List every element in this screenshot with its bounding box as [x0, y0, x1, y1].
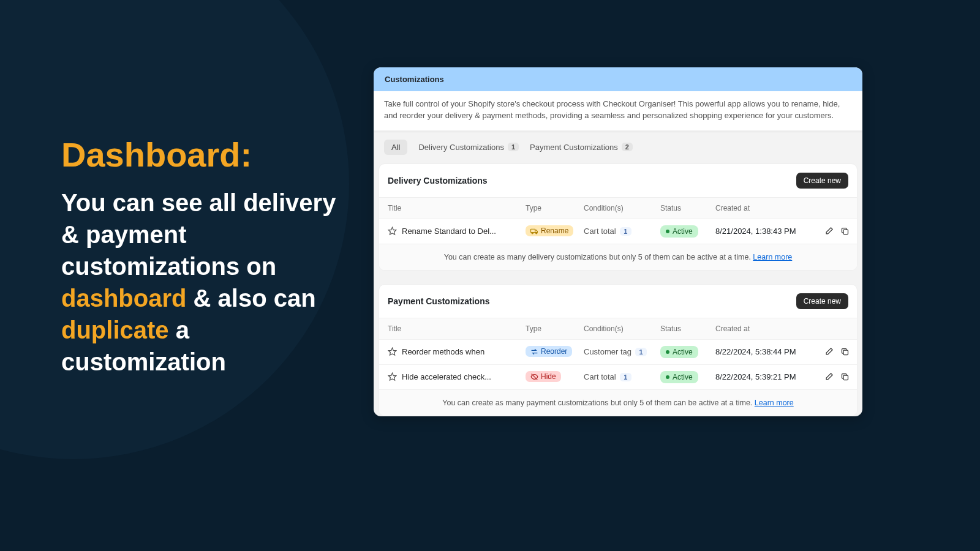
delivery-section-title: Delivery Customizations: [388, 176, 488, 186]
promo-body: You can see all delivery & payment custo…: [61, 187, 349, 378]
star-icon[interactable]: [388, 227, 397, 236]
status-badge: Active: [660, 225, 698, 238]
row-title: Rename Standard to Del...: [402, 227, 496, 236]
row-created: 8/21/2024, 1:38:43 PM: [715, 227, 816, 236]
delivery-section: Delivery Customizations Create new Title…: [379, 163, 858, 271]
delete-icon[interactable]: [856, 227, 858, 236]
app-header: Customizations: [374, 67, 862, 91]
delete-icon[interactable]: [856, 347, 858, 356]
create-delivery-button[interactable]: Create new: [796, 173, 848, 189]
svg-marker-0: [388, 227, 396, 234]
app-window: Customizations Take full control of your…: [374, 67, 862, 416]
row-created: 8/22/2024, 5:38:44 PM: [715, 347, 816, 356]
learn-more-link[interactable]: Learn more: [753, 253, 792, 261]
payment-section-title: Payment Customizations: [388, 296, 489, 306]
tabs-row: All Delivery Customizations 1 Payment Cu…: [374, 131, 862, 163]
delete-icon[interactable]: [856, 372, 858, 381]
star-icon[interactable]: [388, 372, 397, 381]
truck-icon: [530, 227, 538, 235]
svg-rect-9: [843, 375, 848, 380]
create-payment-button[interactable]: Create new: [796, 293, 848, 309]
delivery-count-pill: 1: [508, 143, 519, 151]
hide-icon: [530, 373, 538, 381]
table-row: Hide accelerated check... Hide Cart tota…: [379, 364, 857, 389]
type-badge-hide: Hide: [526, 371, 561, 382]
svg-marker-7: [388, 373, 396, 380]
type-badge-rename: Rename: [526, 225, 573, 236]
row-created: 8/22/2024, 5:39:21 PM: [715, 372, 816, 381]
payment-count-pill: 2: [622, 143, 633, 151]
svg-marker-5: [388, 348, 396, 355]
reorder-icon: [530, 348, 538, 356]
tab-payment[interactable]: Payment Customizations 2: [530, 143, 633, 152]
payment-table-head: Title Type Condition(s) Status Created a…: [379, 318, 857, 339]
payment-section: Payment Customizations Create new Title …: [379, 284, 858, 416]
type-badge-reorder: Reorder: [526, 346, 572, 357]
tab-delivery[interactable]: Delivery Customizations 1: [418, 143, 519, 152]
edit-icon[interactable]: [824, 227, 834, 236]
status-badge: Active: [660, 371, 698, 383]
delivery-table-head: Title Type Condition(s) Status Created a…: [379, 197, 857, 219]
svg-rect-4: [843, 230, 848, 234]
app-intro: Take full control of your Shopify store'…: [374, 91, 862, 131]
table-row: Rename Standard to Del... Rename Cart to…: [379, 219, 857, 244]
star-icon[interactable]: [388, 347, 397, 356]
svg-rect-6: [843, 350, 848, 355]
edit-icon[interactable]: [824, 372, 834, 381]
row-title: Reorder methods when: [402, 347, 484, 356]
status-badge: Active: [660, 346, 698, 358]
learn-more-link[interactable]: Learn more: [755, 399, 794, 407]
payment-footer: You can create as many payment customiza…: [379, 389, 857, 416]
row-title: Hide accelerated check...: [402, 372, 491, 381]
svg-rect-1: [531, 229, 535, 232]
promo-title: Dashboard:: [61, 135, 349, 174]
duplicate-icon[interactable]: [840, 347, 850, 356]
svg-point-2: [532, 233, 533, 234]
duplicate-icon[interactable]: [840, 227, 850, 236]
delivery-footer: You can create as many delivery customiz…: [379, 244, 857, 270]
table-row: Reorder methods when Reorder Customer ta…: [379, 339, 857, 364]
svg-point-3: [536, 233, 537, 234]
promo-copy: Dashboard: You can see all delivery & pa…: [61, 135, 349, 378]
tab-all[interactable]: All: [384, 140, 407, 155]
edit-icon[interactable]: [824, 347, 834, 356]
duplicate-icon[interactable]: [840, 372, 850, 381]
